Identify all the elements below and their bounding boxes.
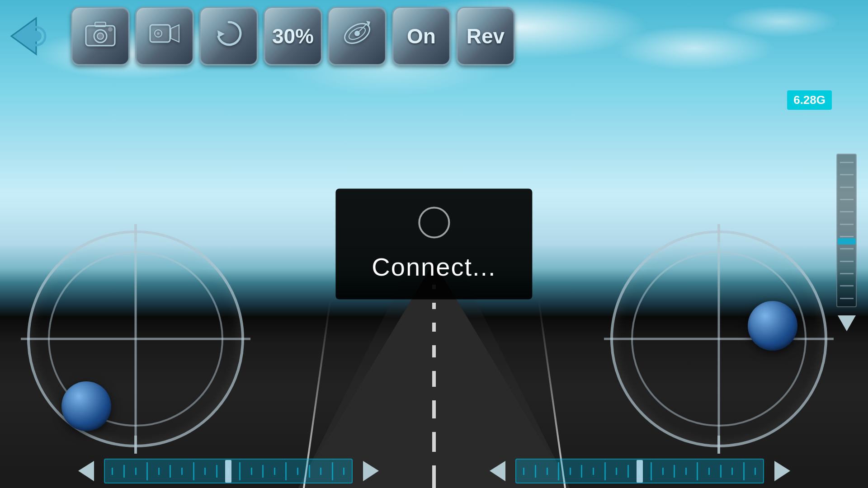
slider-tick <box>274 468 275 475</box>
slider-tick <box>251 468 252 475</box>
on-toggle-button[interactable]: On <box>392 7 451 66</box>
connecting-indicator <box>418 207 450 239</box>
right-slider-section <box>479 455 800 487</box>
right-slider-track[interactable] <box>836 154 857 307</box>
slider-tick <box>204 468 206 475</box>
right-vertical-slider <box>834 154 859 334</box>
slider-tick <box>593 468 594 475</box>
svg-marker-20 <box>363 461 379 481</box>
slider-tick <box>343 468 344 475</box>
slider-tick <box>840 174 854 175</box>
slider-tick <box>535 465 536 478</box>
speed-badge: 6.28G <box>787 90 832 110</box>
road-line <box>432 432 436 452</box>
slider-tick <box>309 465 310 478</box>
svg-marker-21 <box>490 461 505 481</box>
slider-tick <box>604 462 606 480</box>
left-joystick-ball[interactable] <box>61 381 111 431</box>
slider-tick <box>840 273 854 274</box>
on-toggle-label: On <box>407 24 436 48</box>
slider-tick <box>840 236 854 237</box>
slider-tick <box>674 465 675 478</box>
slider-tick <box>616 468 617 475</box>
back-button[interactable] <box>7 14 66 59</box>
svg-marker-19 <box>78 461 94 481</box>
slider-tick <box>193 462 194 480</box>
road-line <box>432 323 436 332</box>
connect-dialog: Connect... <box>335 189 532 300</box>
speed-label: 30% <box>272 24 314 48</box>
right-slider-right-arrow[interactable] <box>764 455 800 487</box>
slider-tick <box>170 465 171 478</box>
slider-tick <box>840 248 854 249</box>
slider-tick <box>662 468 664 475</box>
svg-marker-22 <box>774 461 790 481</box>
slider-tick <box>743 462 745 480</box>
speed-button[interactable]: 30% <box>264 7 322 66</box>
svg-marker-18 <box>838 315 856 331</box>
slider-tick <box>651 462 652 480</box>
road-line <box>432 371 436 387</box>
slider-tick <box>558 462 559 480</box>
video-button[interactable] <box>135 7 194 66</box>
right-slider-down-arrow[interactable] <box>834 310 859 334</box>
road-line <box>432 400 436 418</box>
left-slider-track[interactable] <box>104 459 353 483</box>
svg-point-5 <box>97 33 104 39</box>
toolbar: 30% On Rev <box>7 7 515 66</box>
slider-tick <box>547 468 548 475</box>
slider-tick <box>581 465 582 478</box>
right-joystick-container <box>610 230 827 447</box>
slider-tick <box>297 468 298 475</box>
right-slider-left-arrow[interactable] <box>479 455 515 487</box>
left-slider-section <box>68 455 389 487</box>
slider-tick <box>720 465 722 478</box>
satellite-button[interactable] <box>328 7 387 66</box>
right-slider-thumb-bottom[interactable] <box>637 460 643 483</box>
svg-line-16 <box>357 23 367 33</box>
slider-tick <box>135 468 137 475</box>
slider-tick <box>285 462 287 480</box>
slider-tick <box>523 468 524 475</box>
slider-tick <box>239 462 241 480</box>
slider-tick <box>570 468 571 475</box>
bottom-sliders <box>0 454 868 488</box>
right-slider-track-bottom[interactable] <box>515 459 764 483</box>
right-joystick-ring[interactable] <box>610 230 827 447</box>
svg-point-7 <box>108 27 113 32</box>
slider-tick <box>708 468 710 475</box>
slider-tick <box>840 187 854 188</box>
left-slider-right-arrow[interactable] <box>353 455 389 487</box>
slider-tick <box>755 468 756 475</box>
slider-tick <box>840 298 854 299</box>
rev-button[interactable]: Rev <box>456 7 515 66</box>
slider-tick <box>320 468 321 475</box>
slider-tick <box>840 199 854 200</box>
rev-label: Rev <box>467 24 505 48</box>
camera-icon <box>84 19 117 53</box>
slider-tick <box>840 261 854 262</box>
left-joystick-container <box>27 230 244 447</box>
slider-tick <box>840 211 854 212</box>
slider-tick <box>731 468 733 475</box>
road-line <box>432 345 436 358</box>
slider-tick <box>112 468 113 475</box>
svg-rect-8 <box>150 25 170 42</box>
slider-tick <box>123 465 125 478</box>
refresh-button[interactable] <box>199 7 258 66</box>
svg-point-11 <box>157 32 160 35</box>
left-slider-thumb[interactable] <box>225 460 231 483</box>
slider-tick <box>840 224 854 225</box>
slider-tick <box>332 462 333 480</box>
svg-point-2 <box>31 31 42 42</box>
right-joystick-ball[interactable] <box>748 301 797 351</box>
camera-button[interactable] <box>71 7 130 66</box>
left-joystick-ring[interactable] <box>27 230 244 447</box>
video-icon <box>148 21 181 52</box>
road-line <box>432 303 436 309</box>
slider-tick <box>840 162 854 163</box>
right-slider-thumb[interactable] <box>838 238 856 244</box>
refresh-icon <box>213 18 245 55</box>
left-slider-left-arrow[interactable] <box>68 455 104 487</box>
slider-tick <box>158 468 160 475</box>
